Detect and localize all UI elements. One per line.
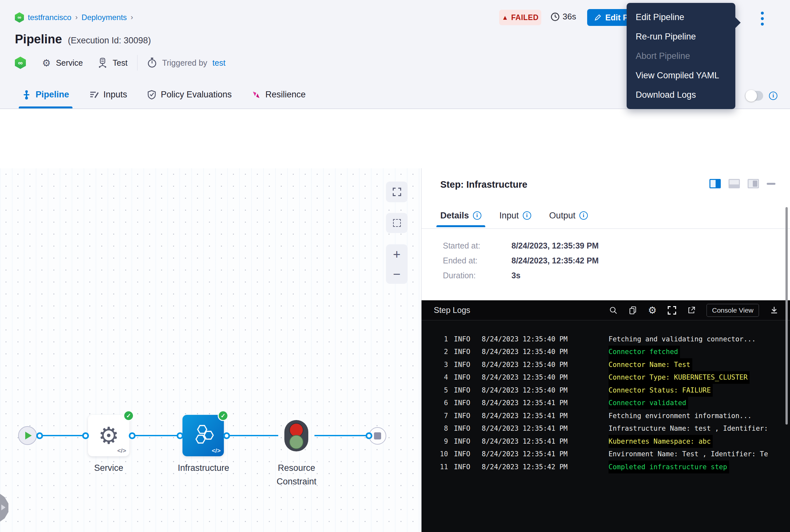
stop-icon (374, 432, 381, 439)
menu-item-rerun-pipeline[interactable]: Re-run Pipeline (627, 27, 735, 46)
breadcrumb: ∞ testfrancisco › Deployments › (15, 12, 133, 23)
port (129, 432, 136, 439)
multi-select-button[interactable] (386, 213, 408, 233)
bottom-view-icon[interactable] (729, 179, 740, 188)
check-icon: ✓ (218, 410, 228, 421)
menu-item-edit-pipeline[interactable]: Edit Pipeline (627, 7, 735, 27)
log-line: 10INFO8/24/2023 12:35:41 PMEnvironment N… (422, 448, 790, 461)
stopwatch-icon (147, 57, 157, 68)
download-icon[interactable] (770, 306, 778, 315)
node-resource-constraint[interactable] (284, 420, 308, 452)
status-badge: ▲ FAILED (499, 10, 541, 25)
port (177, 432, 184, 439)
field-ended-at: Ended at: 8/24/2023, 12:35:42 PM (443, 256, 599, 265)
expand-fullscreen-icon[interactable] (668, 306, 676, 315)
divider (137, 55, 137, 71)
clock-icon (551, 12, 560, 21)
kebab-menu-icon[interactable] (761, 12, 764, 25)
triggered-by-user-link[interactable]: test (213, 58, 226, 68)
code-icon: </> (117, 447, 126, 454)
breadcrumb-deployments-link[interactable]: Deployments (81, 13, 127, 22)
menu-item-view-compiled-yaml[interactable]: View Compiled YAML (627, 66, 735, 85)
info-icon[interactable]: i (579, 211, 588, 220)
console-view-button[interactable]: Console View (707, 304, 759, 317)
node-infrastructure[interactable]: ✓ </> (182, 415, 224, 456)
pipeline-canvas[interactable]: ⚙ ✓ </> ✓ </> Service Infrastructure Res… (0, 168, 422, 532)
traffic-light-green (289, 435, 304, 449)
inputs-tab-icon (89, 90, 99, 99)
port (36, 432, 43, 439)
step-logs-header: Step Logs ⚙ Console View (422, 300, 790, 320)
zoom-in-button[interactable]: + (393, 248, 401, 261)
divider (422, 228, 790, 229)
port (82, 432, 89, 439)
log-line: 1INFO8/24/2023 12:35:40 PMFetching and v… (422, 332, 790, 346)
check-icon: ✓ (123, 410, 134, 421)
service-tag-label[interactable]: Service (56, 58, 83, 68)
selection-icon (393, 219, 401, 227)
edge-constraint-end (314, 435, 373, 436)
fit-to-screen-button[interactable] (386, 182, 408, 202)
log-line: 5INFO8/24/2023 12:35:40 PMConnector Stat… (422, 384, 790, 397)
node-label-service: Service (88, 461, 129, 475)
menu-item-download-logs[interactable]: Download Logs (627, 85, 735, 104)
settings-gear-icon[interactable]: ⚙ (648, 304, 657, 316)
pipeline-meta-row: ∞ ⚙ Service Test Triggered by test (15, 56, 226, 70)
minimize-icon[interactable] (767, 183, 775, 185)
tab-output[interactable]: Outputi (549, 204, 588, 227)
fullscreen-icon (393, 188, 401, 196)
log-line: 11INFO8/24/2023 12:35:42 PMCompleted inf… (422, 460, 790, 473)
chevron-right-icon (1, 505, 5, 510)
start-node[interactable] (18, 426, 37, 445)
step-panel-title: Step: Infrastructure (440, 179, 527, 190)
edge-service-infra (129, 435, 183, 436)
log-line: 2INFO8/24/2023 12:35:40 PMConnector fetc… (422, 346, 790, 359)
chevron-right-icon: › (131, 13, 133, 22)
scrollbar[interactable] (786, 207, 788, 424)
step-detail-tabs: Detailsi Inputi Outputi (440, 204, 588, 227)
debug-toggle[interactable] (745, 91, 763, 101)
info-icon[interactable]: i (769, 92, 777, 100)
copy-icon[interactable] (629, 306, 637, 315)
info-icon[interactable]: i (523, 211, 531, 220)
split-view-icon[interactable] (710, 179, 721, 188)
tab-inputs[interactable]: Inputs (89, 81, 128, 109)
chevron-right-icon: › (75, 13, 78, 22)
log-line: 3INFO8/24/2023 12:35:40 PMConnector Name… (422, 358, 790, 371)
tab-input[interactable]: Inputi (500, 204, 531, 227)
step-logs-title: Step Logs (434, 305, 470, 315)
total-duration: 36s (551, 12, 576, 22)
resilience-tab-icon (252, 90, 261, 99)
port (366, 432, 372, 439)
menu-item-abort-pipeline[interactable]: Abort Pipeline (627, 46, 735, 66)
log-line: 4INFO8/24/2023 12:35:40 PMConnector Type… (422, 371, 790, 384)
tab-resilience[interactable]: Resilience (252, 81, 306, 109)
tab-policy-evaluations[interactable]: Policy Evaluations (147, 81, 232, 109)
edit-icon (594, 14, 601, 21)
node-label-infrastructure: Infrastructure (170, 461, 237, 475)
execution-id: (Execution Id: 30098) (68, 36, 151, 45)
warning-icon: ▲ (502, 14, 508, 21)
test-tag-label[interactable]: Test (113, 58, 128, 68)
harness-logo-icon: ∞ (15, 12, 24, 23)
breadcrumb-project-link[interactable]: testfrancisco (28, 13, 72, 22)
zoom-controls: + − (386, 244, 408, 284)
tab-details[interactable]: Detailsi (440, 204, 481, 227)
tab-pipeline[interactable]: Pipeline (22, 81, 69, 109)
external-link-icon[interactable] (687, 306, 696, 315)
gear-icon: ⚙ (98, 422, 119, 449)
node-service[interactable]: ⚙ ✓ </> (88, 415, 129, 456)
log-lines[interactable]: 1INFO8/24/2023 12:35:40 PMFetching and v… (422, 332, 790, 473)
step-logs-panel: Step Logs ⚙ Console View 1INFO8/24/2023 … (422, 300, 790, 532)
search-icon[interactable] (609, 306, 618, 315)
edge-infra-constraint (226, 435, 278, 436)
hexagons-icon (191, 423, 216, 448)
info-icon[interactable]: i (473, 211, 481, 220)
field-started-at: Started at: 8/24/2023, 12:35:39 PM (443, 241, 599, 250)
port (223, 432, 230, 439)
right-view-icon[interactable] (748, 179, 759, 188)
zoom-out-button[interactable]: − (393, 268, 401, 281)
page-title: Pipeline (15, 32, 62, 46)
code-icon: </> (212, 447, 220, 454)
gear-icon: ⚙ (42, 57, 51, 69)
